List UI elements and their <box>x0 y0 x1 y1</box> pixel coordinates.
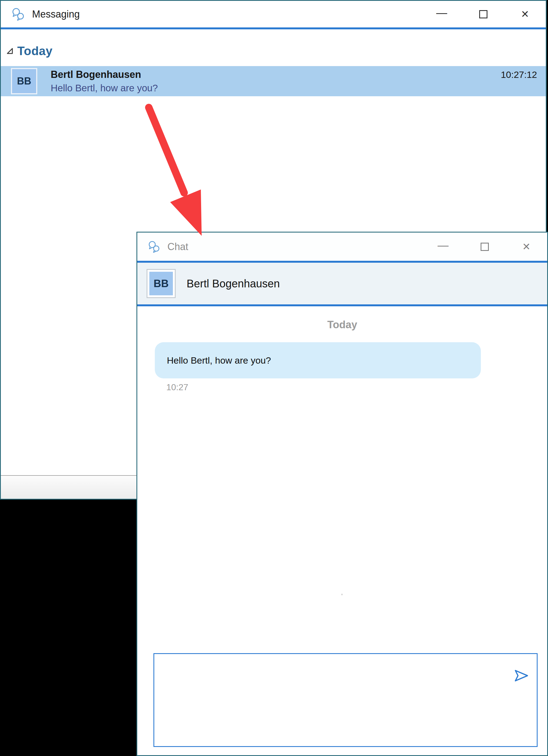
conversation-group-header[interactable]: Today <box>1 44 546 58</box>
minimize-icon: — <box>436 7 447 18</box>
close-icon: ✕ <box>521 9 529 19</box>
message-history: Today Hello Bertl, how are you? 10:27 <box>137 319 547 392</box>
message-input[interactable] <box>154 653 538 747</box>
message-timestamp: 10:27 <box>166 382 547 392</box>
close-button[interactable]: ✕ <box>506 233 547 261</box>
conversation-timestamp: 10:27:12 <box>501 69 537 80</box>
chat-bubbles-icon <box>147 240 161 254</box>
section-label: Today <box>17 44 53 58</box>
chat-contact-header: BB Bertl Bogenhausen <box>137 263 547 304</box>
contact-name: Bertl Bogenhausen <box>51 69 141 80</box>
minimize-icon: — <box>438 240 448 251</box>
window-controls: — ✕ <box>421 1 546 27</box>
maximize-button[interactable] <box>462 1 504 27</box>
message-preview: Hello Bertl, how are you? <box>51 83 158 94</box>
contact-name: Bertl Bogenhausen <box>187 278 280 290</box>
minimize-button[interactable]: — <box>422 233 464 261</box>
date-divider: Today <box>137 319 547 331</box>
messaging-titlebar: Messaging — ✕ <box>1 1 546 27</box>
chat-titlebar: Chat — ✕ <box>137 233 547 261</box>
window-controls: — ✕ <box>422 233 547 261</box>
header-accent-line <box>137 304 547 306</box>
minimize-button[interactable]: — <box>421 1 462 27</box>
cursor-dot <box>341 594 343 595</box>
maximize-icon <box>479 10 487 18</box>
paper-plane-icon <box>513 667 530 684</box>
maximize-icon <box>481 243 489 251</box>
conversation-list-item[interactable]: BB Bertl Bogenhausen Hello Bertl, how ar… <box>1 66 546 96</box>
desktop: { "messaging_window": { "title": "Messag… <box>0 0 548 756</box>
expander-triangle-icon <box>6 47 13 55</box>
contact-avatar: BB <box>11 68 37 94</box>
send-button[interactable] <box>513 667 530 684</box>
window-title: Messaging <box>32 9 80 20</box>
close-icon: ✕ <box>522 242 530 252</box>
message-bubble: Hello Bertl, how are you? <box>155 342 481 378</box>
chat-window: Chat — ✕ BB Bertl Bogenhausen Today Hell… <box>137 232 548 756</box>
close-button[interactable]: ✕ <box>504 1 546 27</box>
contact-avatar: BB <box>147 269 176 298</box>
maximize-button[interactable] <box>464 233 506 261</box>
titlebar-accent-line <box>1 27 546 29</box>
message-text: Hello Bertl, how are you? <box>167 355 271 366</box>
titlebar-accent-line <box>137 261 547 263</box>
chat-bubbles-icon <box>11 7 25 21</box>
window-title: Chat <box>168 241 188 253</box>
